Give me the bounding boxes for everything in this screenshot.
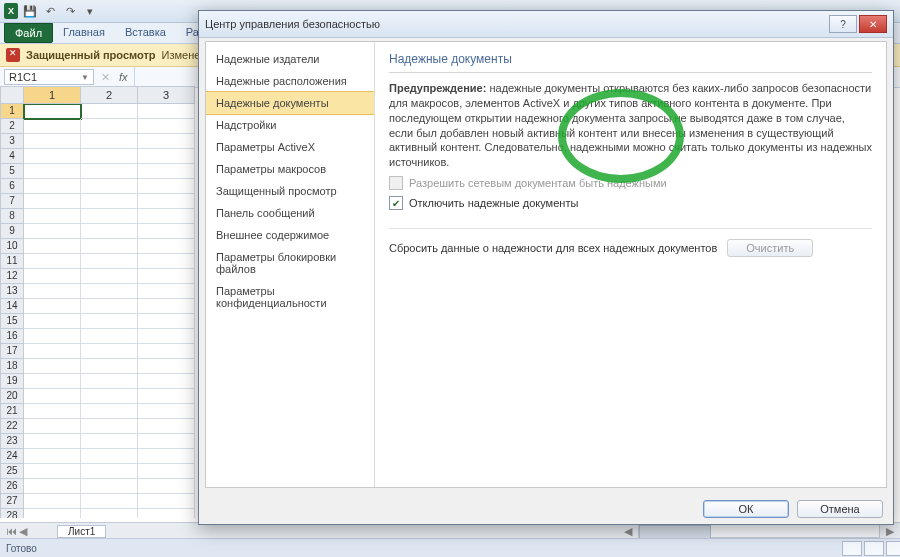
row-header[interactable]: 4 [0,149,24,164]
cell[interactable] [24,149,81,164]
horizontal-scrollbar[interactable] [638,524,880,538]
cell[interactable] [138,269,195,284]
tab-nav-first-icon[interactable]: ⏮ [6,525,17,537]
row-header[interactable]: 22 [0,419,24,434]
cell[interactable] [81,179,138,194]
cell[interactable] [24,269,81,284]
cell[interactable] [24,284,81,299]
cell[interactable] [138,509,195,518]
row-header[interactable]: 5 [0,164,24,179]
cell[interactable] [24,479,81,494]
row-header[interactable]: 23 [0,434,24,449]
nav-item[interactable]: Панель сообщений [206,202,374,224]
row-header[interactable]: 14 [0,299,24,314]
cell[interactable] [24,299,81,314]
cell[interactable] [24,224,81,239]
cell[interactable] [81,104,138,119]
row-header[interactable]: 15 [0,314,24,329]
cell[interactable] [24,314,81,329]
clear-button[interactable]: Очистить [727,239,813,257]
cell[interactable] [138,134,195,149]
help-button[interactable]: ? [829,15,857,33]
cell[interactable] [24,434,81,449]
cell[interactable] [24,164,81,179]
tab-file[interactable]: Файл [4,23,53,43]
cell[interactable] [81,374,138,389]
cell[interactable] [24,179,81,194]
cell[interactable] [81,464,138,479]
cell[interactable] [138,284,195,299]
cell[interactable] [138,404,195,419]
cell[interactable] [24,344,81,359]
row-header[interactable]: 13 [0,284,24,299]
cell[interactable] [81,284,138,299]
cell[interactable] [81,449,138,464]
nav-item[interactable]: Параметры конфиденциальности [206,280,374,314]
row-header[interactable]: 9 [0,224,24,239]
cell[interactable] [81,134,138,149]
nav-item[interactable]: Надежные издатели [206,48,374,70]
cell[interactable] [24,254,81,269]
cell[interactable] [81,419,138,434]
scroll-left-icon[interactable]: ◀ [624,525,632,538]
view-layout-icon[interactable] [864,541,884,556]
cell[interactable] [24,374,81,389]
cell[interactable] [138,209,195,224]
cell[interactable] [24,509,81,518]
column-header[interactable]: 2 [81,86,138,104]
cancel-formula-icon[interactable]: ✕ [101,71,110,84]
qat-dropdown-icon[interactable]: ▾ [82,3,98,19]
dialog-titlebar[interactable]: Центр управления безопасностью ? ✕ [199,11,893,38]
row-header[interactable]: 19 [0,374,24,389]
row-header[interactable]: 1 [0,104,24,119]
cell[interactable] [81,194,138,209]
cell[interactable] [81,224,138,239]
chevron-down-icon[interactable]: ▼ [81,73,89,82]
cell[interactable] [138,104,195,119]
nav-item[interactable]: Параметры макросов [206,158,374,180]
cell[interactable] [138,254,195,269]
nav-item[interactable]: Внешнее содержимое [206,224,374,246]
scroll-right-icon[interactable]: ▶ [886,525,894,538]
cell[interactable] [138,359,195,374]
cell[interactable] [81,329,138,344]
view-pagebreak-icon[interactable] [886,541,900,556]
cell[interactable] [81,434,138,449]
cell[interactable] [138,329,195,344]
cell[interactable] [138,374,195,389]
row-header[interactable]: 16 [0,329,24,344]
cell[interactable] [138,464,195,479]
cell[interactable] [138,344,195,359]
row-header[interactable]: 12 [0,269,24,284]
cell[interactable] [138,299,195,314]
tab-insert[interactable]: Вставка [115,23,176,43]
cell[interactable] [24,119,81,134]
cell[interactable] [81,299,138,314]
cell[interactable] [138,434,195,449]
cell[interactable] [24,449,81,464]
worksheet-grid[interactable]: 123 123456789101112131415161718192021222… [0,86,195,530]
redo-icon[interactable]: ↷ [62,3,78,19]
cell[interactable] [24,239,81,254]
cell[interactable] [81,494,138,509]
nav-item[interactable]: Защищенный просмотр [206,180,374,202]
sheet-tab[interactable]: Лист1 [57,525,106,538]
cell[interactable] [138,119,195,134]
cell[interactable] [24,494,81,509]
cell[interactable] [81,269,138,284]
tab-nav-prev-icon[interactable]: ◀ [19,525,27,538]
row-header[interactable]: 18 [0,359,24,374]
cell[interactable] [138,494,195,509]
cell[interactable] [81,164,138,179]
cell[interactable] [138,389,195,404]
cell[interactable] [81,344,138,359]
row-header[interactable]: 3 [0,134,24,149]
undo-icon[interactable]: ↶ [42,3,58,19]
save-icon[interactable]: 💾 [22,3,38,19]
select-all-corner[interactable] [0,86,24,104]
cell[interactable] [24,359,81,374]
cell[interactable] [24,194,81,209]
column-header[interactable]: 1 [24,86,81,104]
cell[interactable] [24,419,81,434]
row-header[interactable]: 2 [0,119,24,134]
